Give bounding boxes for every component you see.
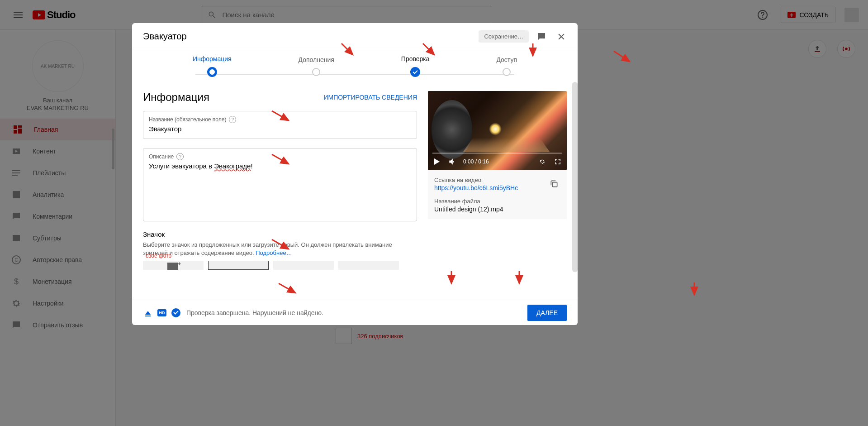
desc-underlined: Эвакограде [214,162,251,170]
thumb-desc: Выберите значок из предложенных или загр… [143,241,417,257]
filename-label: Название файла [434,198,560,205]
svg-rect-6 [553,182,557,187]
section-head: Информация ИМПОРТИРОВАТЬ СВЕДЕНИЯ [143,91,417,104]
import-link[interactable]: ИМПОРТИРОВАТЬ СВЕДЕНИЯ [323,94,417,101]
modal-header: Эвакуатор Сохранение… [132,23,578,50]
title-field-label: Название (обязательное поле) ? [149,116,411,123]
video-content-sun [489,123,502,135]
step-checks[interactable]: Проверка [401,55,430,77]
title-field[interactable]: Название (обязательное поле) ? [143,111,417,139]
desc-label-text: Описание [149,153,174,160]
feedback-icon [536,31,547,42]
step-label: Доступ [496,56,517,63]
stepper: Информация Дополнения Проверка Доступ [132,50,578,82]
help-icon[interactable]: ? [176,153,184,160]
desc-field-label: Описание ? [149,153,411,160]
filename: Untitled design (12).mp4 [434,206,560,213]
feedback-button[interactable] [536,31,547,42]
settings-button[interactable] [538,157,547,166]
video-time: 0:00 / 0:16 [463,158,489,165]
fullscreen-button[interactable] [553,157,562,166]
video-info: Ссылка на видео: https://youtu.be/c6Lsmi… [428,170,567,219]
modal-title: Эвакуатор [143,31,479,42]
description-field[interactable]: Описание ? Услуги эвакуатора в Эвакоград… [143,148,417,221]
title-input[interactable] [149,125,411,133]
thumb-row: своё фото [143,261,417,270]
thumb-section-title: Значок [143,230,417,238]
section-title: Информация [143,91,323,104]
upload-complete-icon [143,308,153,318]
stepper-line [195,74,514,75]
video-link[interactable]: https://youtu.be/c6Lsmi5yBHc [434,184,560,191]
upload-modal: Эвакуатор Сохранение… Информация Дополне… [132,23,578,325]
step-dot-icon [312,68,320,76]
copy-link-button[interactable] [550,179,560,190]
check-complete-icon [171,308,181,318]
close-button[interactable] [556,31,567,42]
thumb-option-3[interactable] [338,261,399,270]
close-icon [557,32,566,41]
modal-scrollbar[interactable] [572,82,578,272]
step-info[interactable]: Информация [193,55,232,77]
step-check-icon [410,67,420,77]
video-preview[interactable]: 0:00 / 0:16 [428,91,567,170]
col-right: 0:00 / 0:16 Ссылка на видео: https://you… [428,91,567,300]
camera-add-icon [167,263,178,270]
modal-body: Информация ИМПОРТИРОВАТЬ СВЕДЕНИЯ Назван… [132,82,578,300]
modal-scroll-track[interactable] [572,82,578,300]
gear-icon [538,158,546,166]
play-icon [434,158,440,165]
play-button[interactable] [432,157,441,166]
desc-suffix: ! [251,162,252,170]
modal-footer: HD Проверка завершена. Нарушений не найд… [132,300,578,325]
description-text[interactable]: Услуги эвакуатора в Эвакограде! [149,162,411,170]
video-content-road [463,138,550,152]
help-icon[interactable]: ? [229,116,236,123]
step-visibility[interactable]: Доступ [496,56,517,76]
thumb-option-2[interactable] [273,261,334,270]
step-dot-icon [207,67,217,77]
step-extras[interactable]: Дополнения [299,56,334,76]
status-icons: HD [143,308,181,318]
fullscreen-icon [554,158,562,166]
next-button[interactable]: ДАЛЕЕ [527,305,567,321]
saving-badge: Сохранение… [479,30,529,43]
thumb-upload[interactable]: своё фото [143,261,204,270]
volume-button[interactable] [448,157,457,166]
col-left: Информация ИМПОРТИРОВАТЬ СВЕДЕНИЯ Назван… [143,91,417,300]
status-text: Проверка завершена. Нарушений не найдено… [186,309,323,316]
thumb-option-1[interactable] [208,261,269,270]
volume-icon [448,157,457,166]
link-label: Ссылка на видео: [434,177,560,183]
title-label-text: Название (обязательное поле) [149,116,226,123]
hd-icon: HD [157,309,166,316]
step-label: Информация [193,55,232,62]
thumb-learn-more-link[interactable]: Подробнее… [256,249,292,256]
video-controls: 0:00 / 0:16 [428,153,567,170]
step-label: Проверка [401,55,430,62]
step-dot-icon [503,68,511,76]
thumb-own-label: своё фото [146,253,171,259]
copy-icon [550,179,559,188]
step-label: Дополнения [299,56,334,63]
desc-prefix: Услуги эвакуатора в [149,162,214,170]
